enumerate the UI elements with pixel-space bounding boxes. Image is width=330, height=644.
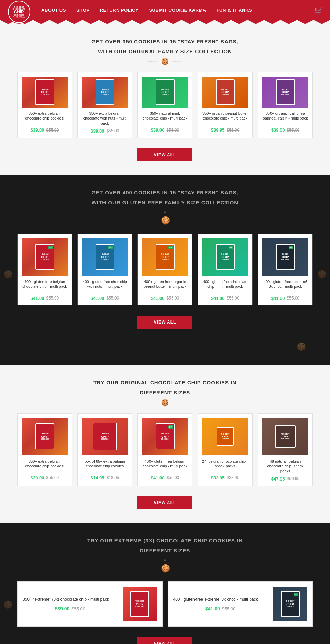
product-image: THE BEST CHiP COOKIES! GF bbox=[202, 238, 248, 276]
product-price-row: $41.00 $55.00 bbox=[82, 296, 128, 301]
nav-return[interactable]: RETURN POLICY bbox=[100, 8, 139, 13]
price-old: $55.00 bbox=[167, 128, 179, 133]
product-card[interactable]: THE BEST CHiP COOKIES! 350+ extra belgia… bbox=[77, 72, 132, 138]
product-name: 400+ gluten free, organic peanut butter … bbox=[142, 279, 188, 293]
price-new: $47.95 bbox=[271, 476, 285, 482]
cookie-icon-4: 🍪 bbox=[161, 564, 169, 573]
product-name: 24, belgian chocolate chip - snack packs bbox=[202, 459, 248, 473]
product-name: 350+ organic, california oatmeal, raisin… bbox=[262, 111, 308, 125]
product-card[interactable]: THE BEST CHiP COOKIES! GF 400+ gluten fr… bbox=[198, 234, 253, 305]
logo[interactable]: THE BEST CHOCOLATE CHiP COOKIES! IN THE … bbox=[7, 0, 31, 24]
product-name: 48 natural, belgian chocolate chip, snac… bbox=[262, 459, 308, 474]
product-box: THE BEST CHiP COOKIES! GF bbox=[216, 244, 235, 270]
product-box: THE BEST CHiP COOKIES! bbox=[35, 423, 54, 449]
price-old: $55.00 bbox=[222, 606, 236, 611]
product-name: 350+ extra belgian chocolate with nuts -… bbox=[82, 111, 128, 126]
nav-about[interactable]: ABOUT US bbox=[41, 8, 66, 13]
price-old: $38.95 bbox=[227, 475, 240, 480]
product-name: 400+ gluten free choc chip with nuts - m… bbox=[82, 279, 128, 293]
right-deco-cookie: 🍪 bbox=[317, 270, 327, 279]
section1-view-all-button[interactable]: VIEW ALL bbox=[138, 148, 192, 161]
product-price-row: $41.00 $55.00 bbox=[22, 296, 68, 301]
price-new: $41.00 bbox=[31, 296, 44, 301]
product-card[interactable]: THE BEST CHiP COOKIES! box of 85+ extra … bbox=[77, 413, 132, 486]
product-image: THE BEST CHiP COOKIES! bbox=[262, 418, 308, 455]
product-card[interactable]: THE BEST CHiP COOKIES! GF 400+ gluten fr… bbox=[138, 413, 192, 486]
logo-text-world: IN THE WORLD bbox=[13, 16, 25, 18]
product-card[interactable]: THE BEST CHiP COOKIES! GF 400+ gluten-fr… bbox=[258, 234, 313, 305]
section4-title: TRY OUR EXTREME (3X) CHOCOLATE CHIP COOK… bbox=[17, 537, 313, 544]
product-card[interactable]: THE BEST CHiP COOKIES! GF 400+ gluten fr… bbox=[138, 234, 192, 305]
price-new: $39.00 bbox=[31, 475, 44, 481]
price-new: $41.00 bbox=[151, 296, 165, 301]
price-old: $55.00 bbox=[46, 475, 59, 480]
product-price-row: $47.95 $59.95 bbox=[262, 476, 308, 482]
product-card[interactable]: THE BEST CHiP COOKIES! 350+ organic pean… bbox=[198, 72, 253, 138]
price-old: $55.00 bbox=[167, 475, 179, 480]
product-card[interactable]: THE BEST CHiP COOKIES! 24, belgian choco… bbox=[198, 413, 253, 486]
section3-divider: 🍪 bbox=[17, 399, 313, 406]
product-image: THE BEST CHiP COOKIES! bbox=[82, 77, 128, 108]
section2-subtitle: WITH OUR GLUTEN-FREE FAMILY SIZE COLLECT… bbox=[17, 199, 313, 206]
product-box: THE BEST CHiP COOKIES! GF bbox=[96, 244, 114, 270]
product-image: THE BEST CHiP COOKIES! bbox=[82, 418, 128, 455]
product-card-large[interactable]: 400+ gluten-free extreme! 3x choc - mult… bbox=[168, 581, 313, 627]
product-card[interactable]: THE BEST CHiP COOKIES! 48 natural, belgi… bbox=[258, 413, 313, 486]
section2-view-all-button[interactable]: VIEW ALL bbox=[138, 316, 192, 329]
section2-product-grid: THE BEST CHiP COOKIES! GF 400+ gluten fr… bbox=[17, 234, 313, 305]
product-box: THE BEST CHiP COOKIES! GF bbox=[281, 591, 300, 617]
cookie-icon-2: 🍪 bbox=[161, 216, 169, 225]
product-price-row: $14.95 $18.95 bbox=[82, 475, 128, 481]
product-name: 350+ natural mint, chocolate chip - mult… bbox=[142, 111, 188, 125]
product-image: THE BEST CHiP COOKIES! GF bbox=[142, 418, 188, 455]
product-box: THE BEST CHiP COOKIES! bbox=[275, 425, 296, 448]
cart-icon[interactable]: 🛒 bbox=[315, 6, 323, 14]
product-card-large[interactable]: 350+ "extreme" (3x) chocolate chip - mul… bbox=[17, 581, 163, 627]
section2-divider: 🍪 bbox=[17, 216, 313, 225]
product-card[interactable]: THE BEST CHiP COOKIES! 350+ extra belgia… bbox=[17, 413, 72, 486]
product-card[interactable]: THE BEST CHiP COOKIES! GF 400+ gluten fr… bbox=[77, 234, 132, 305]
product-price-row: $39.00 $55.00 bbox=[82, 128, 128, 134]
nav-karma[interactable]: SUBMIT COOKIE KARMA bbox=[149, 8, 206, 13]
product-card[interactable]: THE BEST CHiP COOKIES! 350+ natural mint… bbox=[138, 72, 192, 138]
section2-title: GET OVER 400 COOKIES IN 15 "STAY-FRESH" … bbox=[17, 189, 313, 196]
price-new: $41.00 bbox=[91, 296, 104, 301]
card-text: 350+ "extreme" (3x) chocolate chip - mul… bbox=[23, 597, 118, 611]
section4-view-all-button[interactable]: VIEW ALL bbox=[138, 637, 192, 644]
product-price-row: $41.00 $55.00 bbox=[202, 296, 248, 301]
product-image: THE BEST CHiP COOKIES! bbox=[202, 418, 248, 455]
price-new: $39.00 bbox=[55, 606, 69, 611]
logo-text-chip: CHiP bbox=[14, 10, 24, 14]
product-name: 400+ gluten free belgian chocolate chip … bbox=[142, 459, 188, 473]
section-gluten-free-family: 🍪 🍪 GET OVER 400 COOKIES IN 15 "STAY-FRE… bbox=[0, 175, 330, 365]
price-old: $18.95 bbox=[107, 475, 119, 480]
price-old: $55.00 bbox=[46, 128, 59, 133]
product-box: THE BEST CHiP COOKIES! bbox=[35, 79, 54, 105]
product-box: THE BEST CHiP COOKIES! GF bbox=[35, 244, 54, 270]
bottom-deco-cookie: 🍪 bbox=[17, 342, 313, 351]
section3-title: TRY OUR ORIGINAL CHOCOLATE CHIP COOKIES … bbox=[17, 379, 313, 386]
product-name: 350+ extra belgian, chocolate chip cooki… bbox=[22, 111, 68, 125]
product-box: THE BEST CHiP COOKIES! bbox=[130, 591, 149, 617]
price-old: $55.00 bbox=[107, 128, 119, 133]
price-new: $41.00 bbox=[271, 296, 285, 301]
left-deco-cookie: 🍪 bbox=[3, 270, 13, 279]
price-old: $55.00 bbox=[46, 296, 59, 301]
price-new: $39.00 bbox=[31, 127, 44, 133]
product-name: 350+ extra belgian, chocolate chip cooki… bbox=[22, 459, 68, 473]
product-card[interactable]: THE BEST CHiP COOKIES! 350+ extra belgia… bbox=[17, 72, 72, 138]
nav-shop[interactable]: SHOP bbox=[76, 8, 90, 13]
product-card[interactable]: THE BEST CHiP COOKIES! GF 400+ gluten fr… bbox=[17, 234, 72, 305]
product-image: THE BEST CHiP COOKIES! GF bbox=[142, 238, 188, 276]
header-wavy-border bbox=[0, 20, 330, 24]
section3-product-grid: THE BEST CHiP COOKIES! 350+ extra belgia… bbox=[17, 413, 313, 486]
price-new: $41.00 bbox=[211, 296, 225, 301]
section3-view-all-button[interactable]: VIEW ALL bbox=[138, 496, 192, 509]
section1-product-grid: THE BEST CHiP COOKIES! 350+ extra belgia… bbox=[17, 72, 313, 138]
product-name: 400+ gluten-free extreme! 3x choc - mult… bbox=[173, 597, 268, 602]
price-old: $55.00 bbox=[227, 128, 240, 133]
product-card[interactable]: THE BEST CHiP COOKIES! 350+ organic, cal… bbox=[258, 72, 313, 138]
price-new: $39.95 bbox=[211, 127, 225, 133]
nav-fun[interactable]: FUN & THANKS bbox=[217, 8, 252, 13]
price-old: $55.00 bbox=[107, 296, 119, 301]
